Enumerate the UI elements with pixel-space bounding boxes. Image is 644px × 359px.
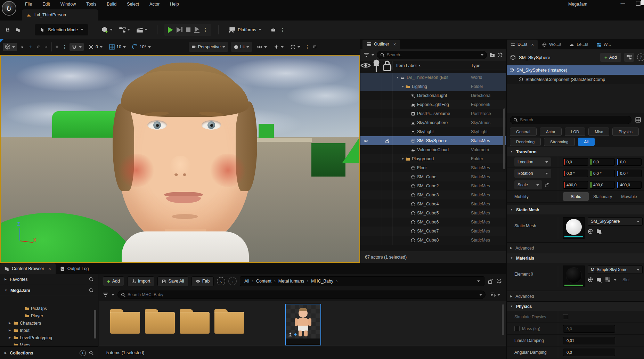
- asset-tile-selected[interactable]: +: [285, 304, 321, 345]
- close-icon[interactable]: ×: [531, 42, 534, 47]
- material-combo[interactable]: M_SimpleSkyDome: [588, 266, 643, 274]
- project-root-section[interactable]: ▼ MegaJam: [0, 285, 98, 296]
- type-column-header[interactable]: Type: [471, 63, 480, 68]
- row-visibility-eye-icon[interactable]: [360, 127, 371, 136]
- add-component-button[interactable]: + Add: [600, 53, 621, 62]
- row-visibility-eye-icon[interactable]: [360, 199, 371, 209]
- tree-item-maps[interactable]: Maps: [0, 341, 98, 345]
- row-pin-slot[interactable]: [371, 100, 382, 109]
- row-lock-icon[interactable]: [382, 118, 393, 127]
- level-tab[interactable]: Lvl_ThirdPerson: [22, 9, 98, 21]
- add-actor-dropdown[interactable]: [100, 25, 114, 35]
- frame-skip-button[interactable]: [177, 27, 182, 33]
- eject-button[interactable]: [194, 26, 199, 33]
- maximize-button[interactable]: [636, 1, 641, 6]
- outliner-search[interactable]: [377, 51, 487, 59]
- row-pin-slot[interactable]: [371, 136, 382, 145]
- row-visibility-eye-icon[interactable]: [360, 236, 371, 245]
- rotation-z-field[interactable]: 0,0 °: [617, 170, 642, 177]
- show-flags-dropdown[interactable]: [255, 43, 269, 51]
- menu-file[interactable]: File: [25, 2, 32, 7]
- row-pin-slot[interactable]: [371, 127, 382, 136]
- browse-to-asset-icon[interactable]: [596, 277, 602, 283]
- outliner-row-Lvl_ThirdPersonEdit[interactable]: ▼Lvl_ThirdPerson (EditWorld: [360, 73, 506, 82]
- row-pin-slot[interactable]: [371, 218, 382, 227]
- viewport-3d-scene[interactable]: Z X: [0, 55, 360, 263]
- grid-snap-dropdown[interactable]: 10: [107, 43, 128, 51]
- row-pin-slot[interactable]: [371, 236, 382, 245]
- row-visibility-eye-icon[interactable]: [360, 218, 371, 227]
- back-button[interactable]: ‹: [217, 277, 225, 285]
- row-visibility-eye-icon[interactable]: [360, 118, 371, 127]
- outliner-row-SkyAtmosphere[interactable]: SkyAtmosphereSkyAtmos: [360, 118, 506, 127]
- row-pin-slot[interactable]: [371, 154, 382, 163]
- breadcrumb-metahumans[interactable]: MetaHumans: [278, 279, 304, 284]
- lit-mode-dropdown[interactable]: Lit: [231, 42, 252, 52]
- browse-to-asset-icon[interactable]: [596, 229, 602, 234]
- details-panel-tab-Dls[interactable]: D...ls×: [507, 40, 538, 49]
- lock-column-icon[interactable]: [382, 61, 393, 70]
- folder-tile[interactable]: [145, 309, 175, 334]
- row-pin-slot[interactable]: [371, 82, 382, 91]
- details-panel-tab-Wos[interactable]: Wo...s: [538, 40, 565, 49]
- static-mesh-section-header[interactable]: ▼ Static Mesh: [507, 205, 644, 214]
- select-tool-icon[interactable]: [19, 44, 25, 50]
- tree-item-pickups[interactable]: PickUps: [0, 307, 98, 312]
- outliner-scrollbar[interactable]: [503, 108, 505, 169]
- transform-options-dots-icon[interactable]: ⋮: [62, 46, 67, 48]
- row-lock-icon[interactable]: [382, 109, 393, 118]
- menu-window[interactable]: Window: [60, 2, 76, 7]
- move-tool-icon[interactable]: [27, 44, 33, 50]
- scale-z-field[interactable]: 400,0: [617, 181, 642, 189]
- row-pin-slot[interactable]: [371, 199, 382, 209]
- details-search[interactable]: [510, 116, 631, 124]
- folder-tile[interactable]: [110, 309, 140, 334]
- row-visibility-eye-icon[interactable]: [360, 190, 371, 199]
- row-visibility-eye-icon[interactable]: [360, 145, 371, 154]
- mobility-movable[interactable]: Movable: [617, 192, 642, 201]
- filter-chip-misc[interactable]: Misc: [588, 128, 609, 136]
- selection-mode-dropdown[interactable]: Selection Mode: [35, 24, 88, 35]
- filter-chip-general[interactable]: General: [510, 128, 537, 136]
- filter-icon[interactable]: [103, 292, 108, 297]
- outliner-row-SM_Cube7[interactable]: SM_Cube7StaticMes: [360, 227, 506, 236]
- add-content-button[interactable]: +Add: [103, 276, 124, 286]
- browse-content-icon[interactable]: [15, 26, 22, 33]
- materials-advanced-row[interactable]: ▶ Advanced: [507, 291, 644, 301]
- outliner-row-ExponeghtFog[interactable]: Expone...ghtFogExponenti: [360, 100, 506, 109]
- row-lock-icon[interactable]: [382, 127, 393, 136]
- tree-item-player[interactable]: Player: [0, 312, 98, 319]
- filter-chip-physics[interactable]: Physics: [612, 128, 639, 136]
- filter-chip-streaming[interactable]: Streaming: [544, 138, 574, 146]
- filter-chip-actor[interactable]: Actor: [540, 128, 562, 136]
- row-pin-slot[interactable]: [371, 118, 382, 127]
- dock-tab-content-browser[interactable]: Content Browser×: [0, 263, 56, 274]
- scale-dropdown[interactable]: Scale: [514, 180, 542, 189]
- scale-snap-dropdown[interactable]: 0: [86, 43, 105, 51]
- save-all-button[interactable]: Save All: [157, 276, 188, 286]
- row-visibility-eye-icon[interactable]: [360, 172, 371, 181]
- chevron-down-icon[interactable]: [479, 294, 482, 296]
- component-row[interactable]: SM_SkySphere (Instance): [507, 65, 644, 75]
- simulate-physics-checkbox[interactable]: [563, 314, 568, 319]
- search-icon[interactable]: [89, 277, 93, 282]
- search-icon[interactable]: [89, 288, 93, 293]
- transform-section-header[interactable]: ▼ Transform: [507, 147, 644, 156]
- close-icon[interactable]: ×: [48, 266, 51, 271]
- menu-actor[interactable]: Actor: [149, 2, 160, 7]
- component-row[interactable]: StaticMeshComponent (StaticMeshComp: [507, 75, 644, 84]
- row-lock-icon[interactable]: [382, 209, 393, 218]
- outliner-row-SM_Cube6[interactable]: SM_Cube6StaticMes: [360, 218, 506, 227]
- mobility-stationary[interactable]: Stationary: [590, 192, 615, 201]
- filter-chip-all[interactable]: All: [578, 138, 595, 146]
- static-mesh-advanced-row[interactable]: ▶ Advanced: [507, 243, 644, 253]
- content-search-input[interactable]: [128, 292, 477, 297]
- chevron-down-icon[interactable]: [614, 279, 617, 281]
- static-mesh-thumbnail[interactable]: [563, 217, 585, 239]
- row-visibility-eye-icon[interactable]: [360, 73, 371, 82]
- expand-arrow[interactable]: ▼: [395, 76, 400, 79]
- outliner-row-DirectionalLight[interactable]: DirectionalLightDirectiona: [360, 91, 506, 100]
- outliner-search-input[interactable]: [387, 52, 479, 57]
- outliner-row-Floor[interactable]: FloorStaticMes: [360, 163, 506, 172]
- viewport-options-dots-icon[interactable]: ⋮: [305, 46, 310, 48]
